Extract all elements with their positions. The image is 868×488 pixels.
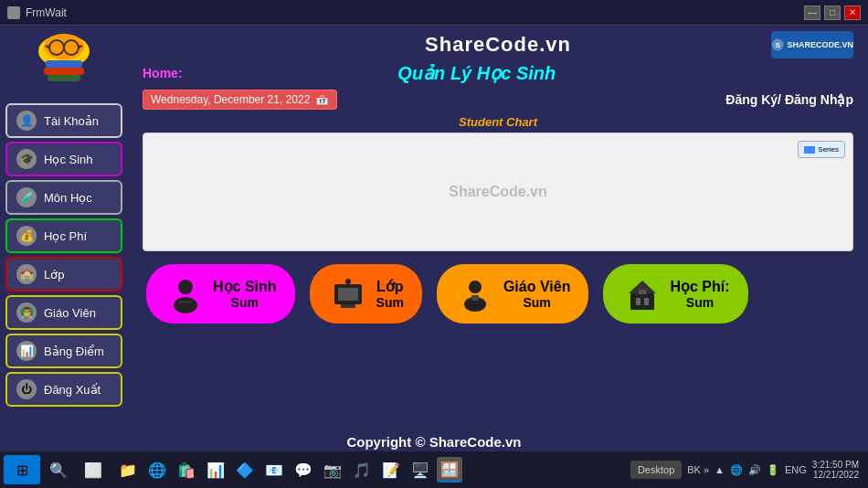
summary-hoc-phi[interactable]: Học Phí: Sum — [603, 264, 747, 324]
title-bar: FrmWait — □ ✕ — [0, 0, 868, 26]
taskbar-app4[interactable]: 📷 — [320, 457, 345, 483]
summary-giao-vien-icon — [455, 273, 496, 314]
svg-rect-3 — [44, 68, 84, 75]
taskbar: ⊞ 🔍 ⬜ 📁 🌐 🛍️ 📊 🔷 📧 💬 📷 🎵 📝 🖥️ 🪟 Desktop … — [0, 451, 868, 488]
svg-rect-26 — [644, 298, 649, 305]
summary-hoc-phi-value: Sum — [686, 295, 714, 310]
sharecode-corner: S SHARECODE.VN — [771, 31, 853, 58]
sharecode-logo: ShareCode.vn — [225, 33, 771, 57]
search-button[interactable]: 🔍 — [42, 455, 75, 484]
date-display-taskbar: 12/21/2022 — [813, 470, 859, 480]
taskbar-app-active[interactable]: 🪟 — [437, 457, 462, 483]
mon-hoc-icon: 🧪 — [16, 187, 37, 207]
task-view-button[interactable]: ⬜ — [77, 455, 110, 484]
date-text: Wednesday, December 21, 2022 — [151, 93, 310, 106]
summary-lop-icon — [328, 273, 369, 314]
taskbar-app3[interactable]: 💬 — [291, 457, 316, 483]
desktop-label[interactable]: Desktop — [630, 461, 682, 479]
summary-lop-value: Sum — [376, 295, 404, 310]
sidebar-label-tai-khoan: Tài Khoản — [44, 114, 99, 128]
taskbar-chevron[interactable]: ▲ — [715, 464, 725, 475]
page-title-bar: Home: Quản Lý Học Sinh — [128, 60, 868, 88]
close-button[interactable]: ✕ — [844, 5, 861, 20]
summary-hoc-sinh[interactable]: Học Sinh Sum — [146, 264, 295, 324]
summary-row: Học Sinh Sum Lớp Sum — [128, 255, 868, 333]
restore-button[interactable]: □ — [824, 5, 841, 20]
sidebar-item-lop[interactable]: 🏫 Lớp — [5, 257, 122, 292]
content-area: ShareCode.vn S SHARECODE.VN Home: Quản L… — [128, 26, 868, 446]
taskbar-app7[interactable]: 🖥️ — [408, 457, 433, 483]
chart-section: Student Chart ShareCode.vn Series — [128, 115, 868, 255]
main-window: 👤 Tài Khoản 🎓 Học Sinh 🧪 Môn Học 💰 Học P… — [0, 26, 868, 446]
chart-area: ShareCode.vn Series — [143, 133, 853, 251]
giao-vien-icon: 👨‍🏫 — [16, 302, 37, 323]
sidebar-item-hoc-phi[interactable]: 💰 Học Phí — [5, 218, 122, 253]
taskbar-icons: 📁 🌐 🛍️ 📊 🔷 📧 💬 📷 🎵 📝 🖥️ 🪟 — [115, 457, 462, 483]
taskbar-edge[interactable]: 🌐 — [144, 457, 170, 483]
svg-rect-23 — [630, 293, 654, 310]
svg-rect-17 — [341, 304, 355, 308]
taskbar-excel[interactable]: 📊 — [203, 457, 228, 483]
date-display: Wednesday, December 21, 2022 📅 — [143, 90, 337, 110]
summary-lop[interactable]: Lớp Sum — [310, 264, 422, 324]
sidebar-label-dang-xuat: Đăng Xuất — [44, 383, 101, 397]
taskbar-battery-icon: 🔋 — [767, 464, 779, 476]
desktop-text: Desktop — [638, 464, 674, 475]
summary-lop-title: Lớp — [376, 278, 404, 295]
dang-ky-button[interactable]: Đăng Ký/ Đăng Nhập — [725, 92, 853, 107]
sidebar-logo — [27, 33, 101, 92]
taskbar-time: 3:21:50 PM 12/21/2022 — [812, 460, 859, 480]
sidebar-label-lop: Lớp — [44, 268, 64, 281]
sidebar-item-hoc-sinh[interactable]: 🎓 Học Sinh — [5, 142, 122, 176]
summary-giao-vien-title: Giáo Viên — [503, 279, 571, 295]
bang-diem-icon: 📊 — [16, 341, 37, 361]
taskbar-app6[interactable]: 📝 — [378, 457, 404, 483]
sidebar-item-bang-diem[interactable]: 📊 Bảng Điểm — [5, 334, 122, 368]
summary-hoc-sinh-value: Sum — [231, 295, 259, 310]
svg-point-12 — [178, 280, 193, 294]
sidebar-label-giao-vien: Giáo Viên — [44, 306, 96, 320]
sidebar-item-mon-hoc[interactable]: 🧪 Môn Học — [5, 180, 122, 215]
minimize-button[interactable]: — — [804, 5, 820, 20]
hoc-sinh-icon: 🎓 — [16, 149, 37, 169]
top-header: ShareCode.vn S SHARECODE.VN — [128, 26, 868, 60]
date-bar: Wednesday, December 21, 2022 📅 Đăng Ký/ … — [128, 88, 868, 115]
title-bar-left: FrmWait — [7, 6, 67, 19]
copyright-text: Copyright © ShareCode.vn — [346, 434, 521, 450]
title-bar-controls: — □ ✕ — [804, 5, 861, 20]
lop-icon: 🏫 — [16, 264, 37, 284]
svg-rect-14 — [179, 301, 192, 303]
summary-hoc-sinh-title: Học Sinh — [213, 278, 277, 295]
corner-logo-text: SHARECODE.VN — [787, 40, 853, 49]
summary-lop-text: Lớp Sum — [376, 278, 404, 310]
summary-hoc-phi-icon — [621, 273, 662, 314]
sidebar-item-tai-khoan[interactable]: 👤 Tài Khoản — [5, 103, 122, 138]
taskbar-app1[interactable]: 🔷 — [232, 457, 258, 483]
sidebar-label-mon-hoc: Môn Học — [44, 191, 92, 205]
taskbar-app2[interactable]: 📧 — [261, 457, 287, 483]
svg-rect-2 — [46, 60, 82, 68]
home-label: Home: — [143, 66, 183, 80]
svg-rect-27 — [639, 290, 646, 294]
svg-rect-22 — [471, 295, 479, 301]
taskbar-lang: ENG — [785, 464, 807, 475]
taskbar-network-icon: 🌐 — [730, 464, 743, 476]
taskbar-right: Desktop BK » ▲ 🌐 🔊 🔋 ENG 3:21:50 PM 12/2… — [630, 460, 864, 480]
svg-text:S: S — [776, 41, 781, 49]
svg-rect-25 — [636, 298, 640, 305]
taskbar-volume-icon[interactable]: 🔊 — [748, 464, 761, 476]
svg-rect-4 — [48, 75, 80, 81]
sidebar: 👤 Tài Khoản 🎓 Học Sinh 🧪 Môn Học 💰 Học P… — [0, 26, 128, 446]
summary-giao-vien[interactable]: Giáo Viên Sum — [437, 264, 589, 324]
time-display: 3:21:50 PM — [812, 460, 859, 470]
taskbar-store[interactable]: 🛍️ — [174, 457, 199, 483]
summary-hoc-phi-title: Học Phí: — [670, 278, 729, 295]
sidebar-item-giao-vien[interactable]: 👨‍🏫 Giáo Viên — [5, 295, 122, 330]
start-button[interactable]: ⊞ — [4, 455, 40, 484]
sidebar-item-dang-xuat[interactable]: ⏻ Đăng Xuất — [5, 372, 122, 407]
summary-hoc-sinh-icon — [164, 273, 206, 314]
taskbar-file-explorer[interactable]: 📁 — [115, 457, 141, 483]
svg-rect-16 — [338, 288, 358, 301]
taskbar-app5[interactable]: 🎵 — [349, 457, 375, 483]
page-title: Quản Lý Học Sinh — [192, 62, 762, 84]
